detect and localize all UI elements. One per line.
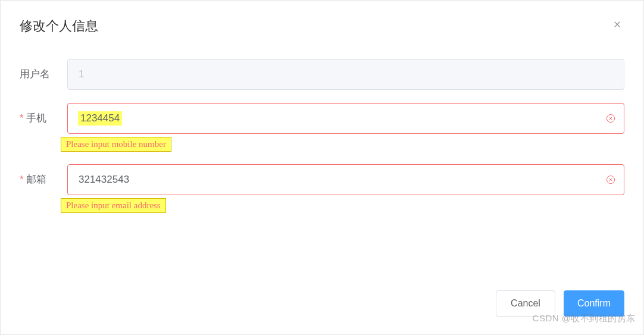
mobile-input[interactable]: [67, 103, 624, 134]
clear-icon[interactable]: [605, 113, 616, 124]
mobile-label: 手机: [20, 103, 67, 125]
username-row: 用户名: [20, 59, 624, 90]
clear-icon[interactable]: [605, 174, 616, 185]
dialog-footer: Cancel Confirm: [1, 280, 643, 334]
email-field: Please input email address: [67, 164, 624, 212]
email-label: 邮箱: [20, 164, 67, 186]
cancel-button[interactable]: Cancel: [496, 290, 555, 317]
mobile-error-message: Please input mobile number: [61, 137, 171, 151]
mobile-row: 手机 1234454 Please input mobile number: [20, 103, 624, 151]
confirm-button[interactable]: Confirm: [564, 290, 624, 317]
username-field: [67, 59, 624, 90]
email-row: 邮箱 Please input email address: [20, 164, 624, 212]
edit-profile-dialog: 修改个人信息 用户名 手机 1234454: [0, 0, 644, 335]
username-input: [67, 59, 624, 90]
dialog-header: 修改个人信息: [1, 1, 643, 47]
mobile-field: 1234454 Please input mobile number: [67, 103, 624, 151]
close-icon[interactable]: [610, 17, 624, 33]
username-label: 用户名: [20, 59, 67, 81]
email-input[interactable]: [67, 164, 624, 195]
dialog-body: 用户名 手机 1234454: [1, 47, 643, 280]
dialog-title: 修改个人信息: [20, 17, 98, 35]
email-error-message: Please input email address: [61, 199, 165, 212]
